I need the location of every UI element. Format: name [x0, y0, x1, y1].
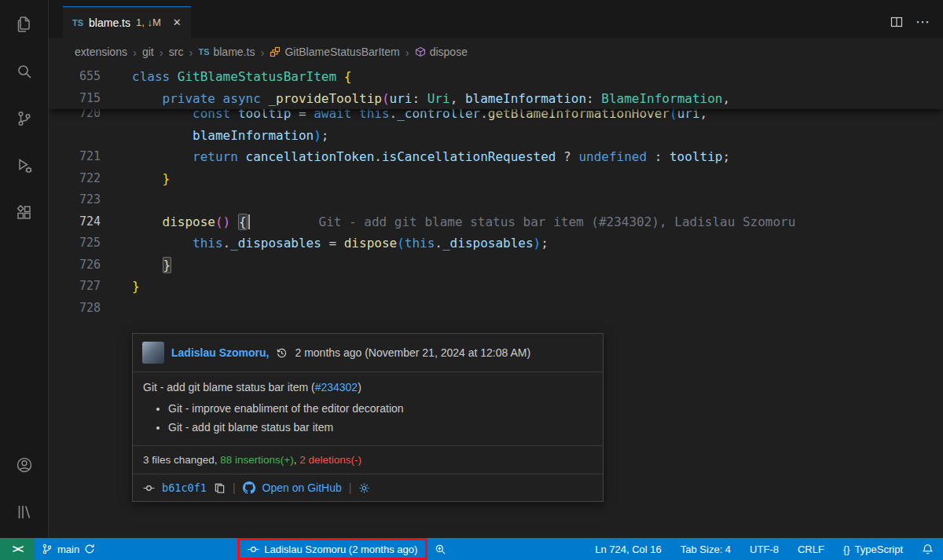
workbench: TS blame.ts 1, ↓M ✕ ⋯ extensions › [0, 0, 943, 538]
zoom-status-item[interactable] [427, 538, 453, 560]
search-icon[interactable] [11, 58, 38, 85]
issue-link[interactable]: #234302 [315, 381, 358, 393]
code-token: : [412, 91, 427, 106]
code-token: tooltip [670, 149, 722, 164]
typescript-file-icon: TS [198, 47, 209, 57]
commit-hash[interactable]: b61c0f1 [162, 481, 207, 494]
source-control-icon[interactable] [11, 105, 38, 132]
hover-body: Git - add git blame status bar item (#23… [133, 372, 603, 445]
code-token: return [193, 149, 238, 164]
code-token: this [193, 236, 223, 251]
branch-status-item[interactable]: main [35, 538, 102, 560]
code-token: isCancellationRequested [382, 149, 556, 164]
gear-icon[interactable] [358, 482, 370, 494]
explorer-icon[interactable] [11, 11, 38, 38]
code-token: undefined [578, 149, 647, 164]
line-number: 715 [49, 88, 101, 110]
code-token [132, 258, 163, 273]
code-token: ( [397, 236, 405, 251]
breadcrumb-label: git [142, 46, 154, 58]
code-token: Uri [427, 91, 450, 106]
code-token [132, 214, 163, 229]
code-token: blameInformation [193, 128, 314, 143]
tab-blame-ts[interactable]: TS blame.ts 1, ↓M ✕ [63, 6, 191, 38]
breadcrumb-label: blame.ts [213, 46, 255, 58]
tab-close-icon[interactable]: ✕ [173, 16, 182, 28]
open-on-github-link[interactable]: Open on GitHub [262, 481, 342, 494]
tab-size-status[interactable]: Tab Size: 4 [671, 538, 740, 560]
code-lines: 720 const tooltip = await this._controll… [49, 103, 943, 319]
breadcrumb-item-class[interactable]: GitBlameStatusBarItem [270, 46, 399, 58]
code-line: 722 } [49, 168, 943, 190]
annotation-highlight: Ladislau Szomoru (2 months ago) [237, 538, 427, 560]
library-icon[interactable] [11, 499, 38, 525]
code-token: = [321, 236, 344, 251]
symbol-class-icon [270, 46, 281, 57]
language-status[interactable]: {} TypeScript [834, 538, 912, 560]
line-number: 724 [49, 211, 101, 233]
git-commit-icon [143, 482, 155, 494]
split-editor-icon[interactable] [890, 16, 903, 28]
inline-blame-annotation: Git - add git blame status bar item (#23… [319, 214, 796, 229]
code-token [238, 149, 246, 164]
tab-bar: TS blame.ts 1, ↓M ✕ ⋯ [49, 0, 943, 38]
code-token: . [223, 236, 231, 251]
code-token: ) [314, 128, 321, 143]
commit-bullet: Git - add git blame status bar item [168, 421, 593, 434]
hover-footer: b61c0f1 | Open on GitHub [133, 474, 603, 501]
breadcrumb-item-extensions[interactable]: extensions [75, 46, 127, 58]
remote-indicator[interactable]: >< [0, 538, 35, 560]
code-line: 728 [49, 298, 943, 320]
code-token: } [163, 171, 171, 186]
tab-label: blame.ts [89, 16, 130, 29]
symbol-method-icon [415, 46, 426, 57]
commit-subject: Git - add git blame status bar item (#23… [143, 381, 593, 393]
breadcrumb-item-src[interactable]: src [169, 46, 184, 58]
breadcrumb-item-git[interactable]: git [142, 46, 154, 58]
commit-bullet: Git - improve enabliment of the editor d… [168, 402, 593, 415]
breadcrumb: extensions › git › src › TS blame.ts › [49, 38, 943, 66]
commit-timestamp: 2 months ago (November 21, 2024 at 12:08… [295, 346, 530, 359]
code-token [132, 128, 193, 143]
code-token: blameInformation [465, 91, 586, 106]
sync-icon[interactable] [84, 544, 95, 555]
code-editor[interactable]: 720 const tooltip = await this._controll… [49, 66, 943, 538]
eol-status[interactable]: CRLF [788, 538, 834, 560]
sticky-scroll[interactable]: 655class GitBlameStatusBarItem {715 priv… [49, 66, 943, 109]
breadcrumb-item-blame-ts[interactable]: TS blame.ts [198, 46, 255, 58]
run-and-debug-icon[interactable] [11, 152, 38, 179]
code-token: ) [534, 236, 541, 251]
author-link[interactable]: Ladislau Szomoru, [171, 346, 269, 359]
code-line: 724 dispose() {Git - add git blame statu… [49, 211, 943, 233]
code-token: { [238, 214, 248, 230]
code-token: dispose [163, 214, 215, 229]
code-token [230, 214, 238, 229]
code-token: ( [382, 91, 390, 106]
extensions-icon[interactable] [11, 199, 38, 226]
notifications-item[interactable] [912, 538, 943, 560]
breadcrumb-label: src [169, 46, 184, 58]
git-blame-status-item[interactable]: Ladislau Szomoru (2 months ago) [240, 540, 425, 558]
breadcrumb-item-method[interactable]: dispose [415, 46, 468, 58]
accounts-icon[interactable] [11, 452, 38, 478]
line-number: 655 [49, 66, 101, 88]
cursor-position-status[interactable]: Ln 724, Col 16 [585, 538, 671, 560]
code-token: _disposables [230, 236, 321, 251]
code-token: : [647, 149, 670, 164]
code-token: ; [722, 149, 730, 164]
breadcrumb-label: GitBlameStatusBarItem [284, 46, 399, 58]
more-actions-icon[interactable]: ⋯ [915, 13, 930, 31]
code-token: GitBlameStatusBarItem [178, 69, 336, 84]
code-token: uri [390, 91, 413, 106]
copy-icon[interactable] [214, 482, 226, 494]
chevron-right-icon: › [260, 46, 264, 59]
code-token: _provideTooltip [268, 91, 382, 106]
tab-decorations: 1, ↓M [136, 16, 161, 28]
encoding-status[interactable]: UTF-8 [740, 538, 788, 560]
separator: | [233, 481, 236, 494]
commit-subject-text: Git - add git blame status bar item ( [143, 381, 315, 393]
breadcrumb-label: dispose [430, 46, 468, 58]
code-token [132, 149, 193, 164]
line-number: 727 [49, 276, 101, 298]
code-token [170, 69, 178, 84]
